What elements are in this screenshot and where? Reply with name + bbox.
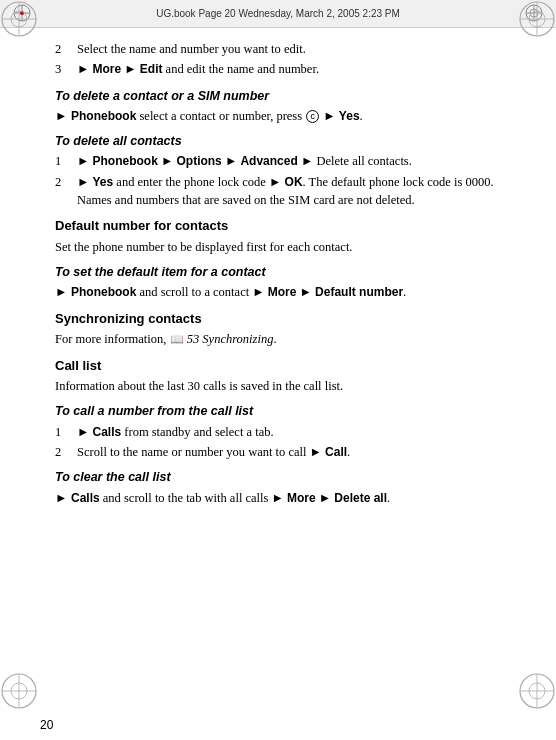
procedure-title-default-item: To set the default item for a contact bbox=[55, 263, 501, 281]
more-label-3: More bbox=[287, 491, 316, 505]
corner-decoration-tr bbox=[518, 0, 556, 38]
ok-label: OK bbox=[285, 175, 303, 189]
book-ref-icon: 📖 bbox=[170, 333, 184, 345]
procedure-title-call-number: To call a number from the call list bbox=[55, 402, 501, 420]
section-delete-all: To delete all contacts 1 ► Phonebook ► O… bbox=[55, 132, 501, 209]
section-clear-call-list: To clear the call list ► Calls and scrol… bbox=[55, 468, 501, 507]
phonebook-label-2: Phonebook bbox=[93, 154, 158, 168]
call-list-step-1-text: ► Calls from standby and select a tab. bbox=[77, 423, 501, 441]
delete-all-label: Delete all bbox=[334, 491, 387, 505]
corner-decoration-tl bbox=[0, 0, 38, 38]
yes-label-2: Yes bbox=[93, 175, 114, 189]
default-number-body: Set the phone number to be displayed fir… bbox=[55, 238, 501, 256]
step-number-1: 1 bbox=[55, 152, 77, 170]
step-number-3: 3 bbox=[55, 60, 77, 78]
header-bar: UG.book Page 20 Wednesday, March 2, 2005… bbox=[0, 0, 556, 28]
procedure-title-clear-calls: To clear the call list bbox=[55, 468, 501, 486]
delete-all-step-1-text: ► Phonebook ► Options ► Advanced ► Delet… bbox=[77, 152, 501, 170]
arrow-symbol-3: ► bbox=[55, 489, 69, 507]
section-default-number: Default number for contacts Set the phon… bbox=[55, 217, 501, 301]
step-number-2c: 2 bbox=[55, 443, 77, 461]
default-number-label: Default number bbox=[315, 285, 403, 299]
yes-label: Yes bbox=[339, 109, 360, 123]
heading-call-list: Call list bbox=[55, 357, 501, 376]
main-content: 2 Select the name and number you want to… bbox=[55, 28, 501, 685]
arrow-symbol: ► bbox=[55, 107, 69, 125]
intro-step-2: 2 Select the name and number you want to… bbox=[55, 40, 501, 58]
arrow-symbol-2: ► bbox=[55, 283, 69, 301]
default-item-instruction: ► Phonebook and scroll to a contact ► Mo… bbox=[55, 283, 501, 301]
intro-step-3: 3 ► More ► Edit and edit the name and nu… bbox=[55, 60, 501, 78]
phonebook-label-3: Phonebook bbox=[71, 285, 136, 299]
delete-contact-instruction: ► Phonebook select a contact or number, … bbox=[55, 107, 501, 125]
delete-all-step-1: 1 ► Phonebook ► Options ► Advanced ► Del… bbox=[55, 152, 501, 170]
calls-label: Calls bbox=[93, 425, 122, 439]
edit-label: Edit bbox=[140, 62, 163, 76]
section-call-list: Call list Information about the last 30 … bbox=[55, 357, 501, 462]
synchronizing-body: For more information, 📖 53 Synchronizing… bbox=[55, 330, 501, 348]
page-container: UG.book Page 20 Wednesday, March 2, 2005… bbox=[0, 0, 556, 740]
procedure-title-delete-contact: To delete a contact or a SIM number bbox=[55, 87, 501, 105]
delete-all-step-2-text: ► Yes and enter the phone lock code ► OK… bbox=[77, 173, 501, 210]
section-delete-contact: To delete a contact or a SIM number ► Ph… bbox=[55, 87, 501, 126]
call-label: Call bbox=[325, 445, 347, 459]
heading-synchronizing: Synchronizing contacts bbox=[55, 310, 501, 329]
more-label: More bbox=[93, 62, 122, 76]
corner-decoration-bl bbox=[0, 672, 38, 710]
delete-contact-text: Phonebook select a contact or number, pr… bbox=[71, 107, 363, 125]
delete-all-step-2: 2 ► Yes and enter the phone lock code ► … bbox=[55, 173, 501, 210]
corner-decoration-br bbox=[518, 672, 556, 710]
header-text: UG.book Page 20 Wednesday, March 2, 2005… bbox=[156, 8, 400, 19]
options-label: Options bbox=[176, 154, 221, 168]
advanced-label: Advanced bbox=[240, 154, 297, 168]
step-3-text: ► More ► Edit and edit the name and numb… bbox=[77, 60, 501, 78]
page-number: 20 bbox=[40, 718, 53, 732]
phonebook-label: Phonebook bbox=[71, 109, 136, 123]
nav-center-icon: c bbox=[306, 110, 319, 123]
section-synchronizing: Synchronizing contacts For more informat… bbox=[55, 310, 501, 349]
procedure-title-delete-all: To delete all contacts bbox=[55, 132, 501, 150]
step-number-2b: 2 bbox=[55, 173, 77, 210]
calls-label-2: Calls bbox=[71, 491, 100, 505]
step-2-text: Select the name and number you want to e… bbox=[77, 40, 501, 58]
clear-call-list-instruction: ► Calls and scroll to the tab with all c… bbox=[55, 489, 501, 507]
more-label-2: More bbox=[268, 285, 297, 299]
call-list-step-1: 1 ► Calls from standby and select a tab. bbox=[55, 423, 501, 441]
call-list-step-2-text: Scroll to the name or number you want to… bbox=[77, 443, 501, 461]
call-list-step-2: 2 Scroll to the name or number you want … bbox=[55, 443, 501, 461]
step-number-2: 2 bbox=[55, 40, 77, 58]
call-list-body: Information about the last 30 calls is s… bbox=[55, 377, 501, 395]
step-number-1c: 1 bbox=[55, 423, 77, 441]
heading-default-number: Default number for contacts bbox=[55, 217, 501, 236]
default-item-text: Phonebook and scroll to a contact ► More… bbox=[71, 283, 406, 301]
clear-call-list-text: Calls and scroll to the tab with all cal… bbox=[71, 489, 390, 507]
